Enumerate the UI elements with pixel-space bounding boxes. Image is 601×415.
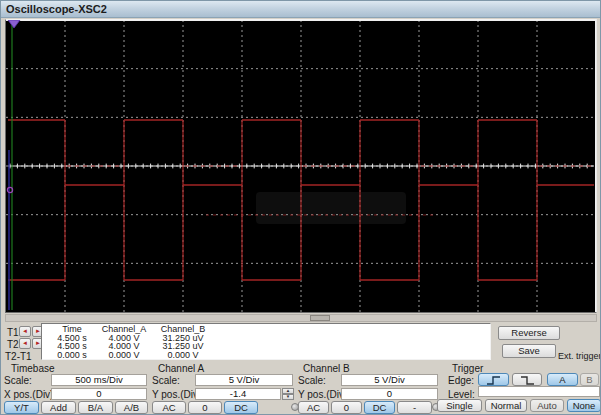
scope-display	[5, 19, 597, 313]
trigger-single-button[interactable]: Single	[437, 399, 482, 412]
trigger-normal-button[interactable]: Normal	[485, 399, 527, 412]
channel-a-ac-button[interactable]: AC	[152, 401, 186, 414]
save-button[interactable]: Save	[502, 344, 556, 358]
channel-b-zero-button[interactable]: 0	[331, 401, 362, 414]
scope-scrollbar-thumb[interactable]	[310, 315, 330, 321]
timebase-ba-button[interactable]: B/A	[78, 401, 113, 414]
rising-edge-icon	[486, 376, 501, 385]
down-arrow-icon: ▼	[286, 394, 290, 399]
trigger-none-button[interactable]: None	[567, 399, 601, 412]
scope-canvas	[6, 20, 596, 312]
measurement-readout: Time Channel_A Channel_B 4.500 s 4.000 V…	[41, 323, 491, 360]
falling-edge-icon	[520, 376, 535, 385]
cursor1-left-button[interactable]: ◄	[19, 326, 31, 337]
left-arrow-icon: ◄	[22, 328, 28, 334]
cursor1-label: T1	[7, 327, 19, 338]
window-title: Oscilloscope-XSC2	[6, 3, 107, 15]
channel-b-dc-button[interactable]: DC	[364, 401, 395, 414]
timebase-yt-button[interactable]: Y/T	[4, 401, 39, 414]
left-arrow-icon: ◄	[22, 340, 28, 346]
channel-a-scale-label: Scale:	[152, 375, 180, 386]
channel-a-dc-button[interactable]: DC	[224, 401, 258, 414]
ext-trigger-label: Ext. trigger	[558, 351, 601, 361]
up-arrow-icon: ▲	[286, 388, 290, 393]
stepper-down-button[interactable]: ▼	[282, 394, 294, 400]
trigger-auto-button[interactable]: Auto	[530, 399, 564, 412]
timebase-title: Timebase	[11, 363, 55, 374]
channel-a-ypos-stepper: ▲ ▼	[282, 388, 294, 400]
timebase-add-button[interactable]: Add	[41, 401, 76, 414]
trigger-source-b-button[interactable]: B	[580, 373, 599, 386]
timebase-xpos-label: X pos.(Div):	[4, 389, 56, 400]
cursor2-label: T2	[7, 339, 19, 350]
channel-b-minus-button[interactable]: -	[397, 401, 432, 414]
timebase-ab-button[interactable]: A/B	[115, 401, 148, 414]
trigger-source-a-button[interactable]: A	[547, 373, 578, 386]
channel-a-zero-button[interactable]: 0	[188, 401, 222, 414]
reverse-button[interactable]: Reverse	[498, 326, 560, 340]
channel-a-title: Channel A	[158, 363, 204, 374]
timebase-scale-label: Scale:	[4, 375, 32, 386]
channel-b-ac-button[interactable]: AC	[298, 401, 329, 414]
scope-scrollbar[interactable]	[5, 314, 597, 322]
delta-channel-a-value: 0.000 V	[98, 351, 150, 360]
delta-time-value: 0.000 s	[46, 351, 98, 360]
channel-b-ypos-input[interactable]: 0	[341, 388, 438, 400]
trigger-level-input[interactable]	[478, 386, 600, 397]
trigger-rising-edge-button[interactable]	[478, 373, 509, 386]
cursor-delta-label: T2-T1	[5, 351, 32, 362]
title-bar[interactable]: Oscilloscope-XSC2	[1, 1, 600, 18]
cursor2-left-button[interactable]: ◄	[19, 338, 31, 349]
channel-b-scale-label: Scale:	[298, 375, 326, 386]
oscilloscope-window: Oscilloscope-XSC2 T1 ◄ ► T2 ◄ ► T2-T1 Ti…	[0, 0, 601, 415]
channel-a-scale-input[interactable]: 5 V/Div	[195, 374, 293, 386]
timebase-scale-input[interactable]: 500 ms/Div	[51, 374, 147, 386]
channel-b-title: Channel B	[303, 363, 350, 374]
trigger-falling-edge-button[interactable]	[512, 373, 542, 386]
channel-b-scale-input[interactable]: 5 V/Div	[341, 374, 438, 386]
delta-channel-b-value: 0.000 V	[150, 351, 216, 360]
channel-a-ypos-input[interactable]: -1.4	[195, 388, 281, 400]
timebase-xpos-input[interactable]: 0	[51, 388, 147, 400]
trigger-edge-label: Edge:	[448, 375, 474, 386]
cursor-flag-marker[interactable]	[8, 20, 20, 28]
watermark-artifact	[256, 192, 406, 224]
